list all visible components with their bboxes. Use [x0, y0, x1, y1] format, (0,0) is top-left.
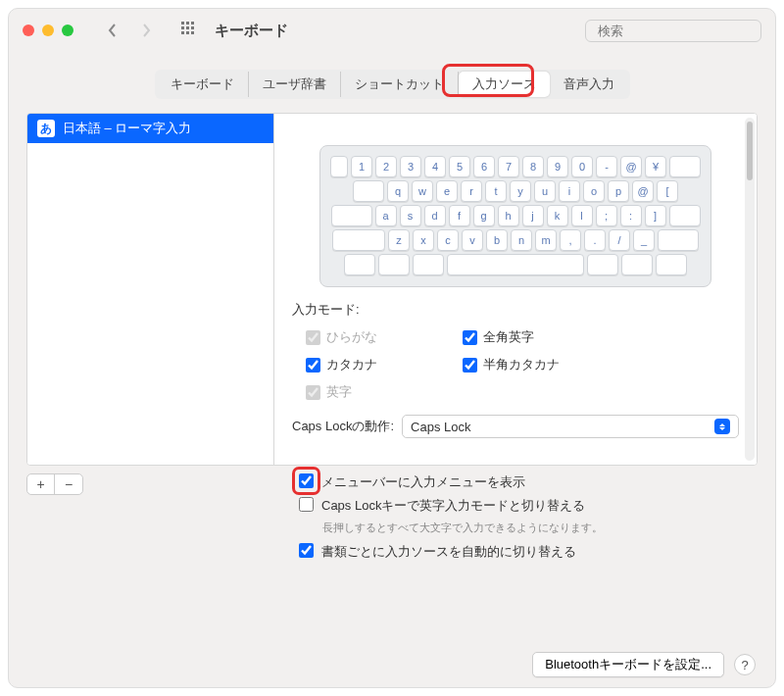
key: t: [485, 180, 507, 202]
key: o: [583, 180, 605, 202]
key: ,: [560, 229, 581, 251]
key: ;: [596, 205, 617, 226]
tab-dictation[interactable]: 音声入力: [550, 72, 628, 97]
remove-button[interactable]: −: [55, 474, 82, 494]
key: z: [388, 229, 410, 251]
minimize-icon[interactable]: [42, 25, 54, 36]
add-button[interactable]: +: [27, 474, 55, 494]
key: g: [473, 205, 495, 226]
source-item-japanese[interactable]: あ 日本語 – ローマ字入力: [27, 114, 273, 143]
tab-user-dict[interactable]: ユーザ辞書: [249, 72, 341, 97]
opt-caps-hint: 長押しするとすべて大文字で入力できるようになります。: [322, 521, 758, 535]
key: p: [608, 180, 629, 202]
key: d: [424, 205, 446, 226]
close-icon[interactable]: [23, 25, 34, 36]
svg-rect-1: [186, 22, 189, 25]
svg-rect-4: [186, 26, 189, 29]
key: 6: [473, 156, 495, 177]
key: h: [498, 205, 519, 226]
mode-katakana[interactable]: カタカナ: [306, 356, 443, 373]
svg-rect-3: [181, 26, 184, 29]
key: .: [584, 229, 606, 251]
caps-label: Caps Lockの動作:: [292, 418, 394, 435]
key: x: [413, 229, 434, 251]
svg-rect-5: [191, 26, 194, 29]
opt-show-menu-check[interactable]: [299, 473, 314, 488]
mode-hiragana: ひらがな: [306, 328, 443, 346]
key: 8: [522, 156, 544, 177]
key: 4: [424, 156, 446, 177]
key: [: [657, 180, 678, 202]
source-badge-icon: あ: [37, 120, 55, 137]
titlebar: キーボード: [9, 9, 775, 52]
tab-shortcuts[interactable]: ショートカット: [341, 72, 459, 97]
key: f: [449, 205, 470, 226]
key: l: [571, 205, 593, 226]
key: 2: [375, 156, 397, 177]
tab-input-sources[interactable]: 入力ソース: [459, 72, 550, 97]
chevron-updown-icon: [714, 419, 730, 434]
back-button[interactable]: [99, 19, 126, 42]
mode-eiji: 英字: [306, 383, 443, 401]
key: j: [522, 205, 544, 226]
key: _: [633, 229, 655, 251]
key: c: [437, 229, 459, 251]
help-button[interactable]: ?: [734, 654, 756, 675]
opt-auto-switch-check[interactable]: [299, 543, 314, 558]
key: w: [412, 180, 433, 202]
key: r: [461, 180, 482, 202]
opt-caps-switch-check[interactable]: [299, 497, 314, 512]
source-list[interactable]: あ 日本語 – ローマ字入力: [27, 114, 274, 465]
nav-buttons: [99, 19, 160, 42]
key: i: [559, 180, 580, 202]
key: y: [510, 180, 531, 202]
key: 0: [571, 156, 593, 177]
window-controls: [23, 25, 74, 36]
tabs: キーボード ユーザ辞書 ショートカット 入力ソース 音声入力: [9, 52, 775, 113]
key: @: [632, 180, 654, 202]
key: 9: [547, 156, 568, 177]
svg-rect-0: [181, 22, 184, 25]
key: v: [462, 229, 483, 251]
key: 1: [351, 156, 372, 177]
key: ¥: [645, 156, 666, 177]
scrollbar[interactable]: [745, 118, 755, 461]
key: k: [547, 205, 568, 226]
key: n: [511, 229, 532, 251]
source-name: 日本語 – ローマ字入力: [63, 120, 191, 137]
opt-auto-switch-label: 書類ごとに入力ソースを自動的に切り替える: [321, 543, 576, 561]
svg-rect-2: [191, 22, 194, 25]
apps-grid-icon[interactable]: [181, 22, 197, 40]
key: u: [534, 180, 556, 202]
forward-button[interactable]: [132, 19, 160, 42]
key: s: [400, 205, 421, 226]
tab-keyboard[interactable]: キーボード: [157, 72, 249, 97]
key: 7: [498, 156, 519, 177]
search-input[interactable]: [594, 24, 762, 38]
input-mode-label: 入力モード:: [292, 301, 739, 319]
key: e: [436, 180, 458, 202]
key: 5: [449, 156, 470, 177]
search-field[interactable]: [585, 20, 761, 42]
key: m: [535, 229, 557, 251]
key: -: [596, 156, 617, 177]
svg-rect-7: [186, 31, 189, 34]
caps-select[interactable]: Caps Lock: [402, 415, 739, 438]
source-detail: 1234567890-@¥ qwertyuiop@[ asdfghjkl;:] …: [274, 114, 757, 465]
opt-show-menu-label: メニューバーに入力メニューを表示: [321, 473, 525, 491]
key: :: [620, 205, 642, 226]
mode-zen-eiji[interactable]: 全角英字: [463, 328, 619, 346]
keyboard-preview: 1234567890-@¥ qwertyuiop@[ asdfghjkl;:] …: [319, 145, 711, 287]
key: b: [486, 229, 508, 251]
add-remove-buttons: + −: [26, 473, 83, 495]
svg-rect-8: [191, 31, 194, 34]
key: q: [387, 180, 409, 202]
mode-han-kata[interactable]: 半角カタカナ: [463, 356, 619, 373]
window-title: キーボード: [215, 22, 288, 40]
key: 3: [400, 156, 421, 177]
key: ]: [645, 205, 666, 226]
key: @: [620, 156, 642, 177]
bluetooth-setup-button[interactable]: Bluetoothキーボードを設定...: [532, 652, 724, 677]
zoom-icon[interactable]: [62, 25, 74, 36]
svg-rect-6: [181, 31, 184, 34]
